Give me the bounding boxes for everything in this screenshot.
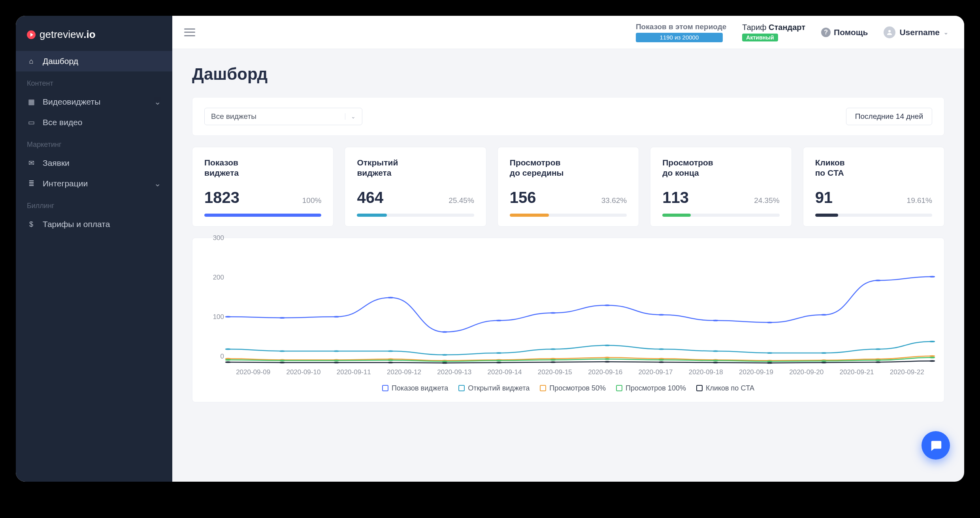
legend-item[interactable]: Показов виджета	[382, 384, 448, 392]
sidebar-group-label: Маркетинг	[16, 133, 172, 153]
chat-fab[interactable]	[922, 431, 950, 460]
svg-point-13	[876, 280, 880, 281]
legend-item[interactable]: Просмотров 100%	[616, 384, 686, 392]
sidebar-item[interactable]: ▭Все видео	[16, 112, 172, 133]
svg-point-7	[550, 312, 555, 313]
legend-label: Кликов по CTA	[706, 384, 754, 392]
svg-point-48	[496, 360, 501, 361]
svg-point-28	[930, 341, 935, 342]
brand-name: getreview	[40, 28, 83, 40]
stats-row: Показов виджета1823100%Открытий виджета4…	[192, 147, 944, 227]
legend-label: Показов виджета	[392, 384, 448, 392]
stat-percent: 33.62%	[601, 196, 627, 205]
help-button[interactable]: ? Помощь	[821, 28, 868, 37]
x-tick: 2020-09-09	[228, 368, 278, 380]
legend-item[interactable]: Открытий виджета	[458, 384, 530, 392]
chart-card: 0100200300 2020-09-092020-09-102020-09-1…	[192, 238, 944, 402]
svg-point-14	[930, 276, 935, 277]
stat-title: Показов виджета	[204, 158, 321, 178]
legend-label: Просмотров 50%	[549, 384, 606, 392]
svg-point-10	[713, 320, 718, 321]
stat-title: Кликов по CTA	[815, 158, 932, 178]
svg-point-65	[659, 362, 663, 362]
svg-point-35	[550, 358, 555, 359]
svg-point-66	[713, 362, 718, 363]
svg-point-57	[226, 362, 230, 362]
sidebar-item[interactable]: $Тарифы и оплата	[16, 214, 172, 235]
stat-percent: 100%	[302, 196, 322, 205]
svg-point-49	[550, 359, 555, 360]
chevron-down-icon: ⌄	[345, 113, 356, 120]
stat-card: Открытий виджета46425.45%	[345, 147, 486, 227]
svg-point-63	[550, 362, 555, 362]
y-tick: 300	[213, 234, 224, 242]
chevron-down-icon: ⌄	[154, 97, 161, 107]
svg-point-53	[767, 361, 772, 362]
legend-item[interactable]: Кликов по CTA	[696, 384, 754, 392]
sidebar-item-label: Дашборд	[43, 56, 78, 66]
stat-title: Просмотров до конца	[662, 158, 779, 178]
legend-swatch	[382, 385, 388, 391]
sidebar-item-label: Видеовиджеты	[43, 97, 100, 107]
svg-point-17	[334, 351, 339, 351]
legend-swatch	[540, 385, 546, 391]
svg-point-21	[550, 349, 555, 349]
filter-card: Все виджеты ⌄ Последние 14 дней	[192, 97, 944, 136]
x-tick: 2020-09-18	[681, 368, 731, 380]
layers-icon: ≣	[27, 179, 36, 188]
video-icon: ▭	[27, 118, 36, 127]
stat-card: Просмотров до конца11324.35%	[650, 147, 792, 227]
svg-point-51	[659, 359, 663, 360]
content: Дашборд Все виджеты ⌄ Последние 14 дней …	[172, 49, 964, 418]
widget-icon: ▦	[27, 98, 36, 106]
sidebar-item[interactable]: ▦Видеовиджеты⌄	[16, 92, 172, 112]
brand-logo[interactable]: getreview.io	[16, 25, 172, 51]
legend-swatch	[616, 385, 622, 391]
svg-point-55	[876, 360, 880, 360]
svg-point-3	[334, 316, 339, 317]
svg-point-9	[659, 314, 663, 315]
tariff-status-badge: Активный	[742, 34, 778, 41]
stat-percent: 25.45%	[449, 196, 474, 205]
svg-point-37	[659, 358, 663, 359]
svg-point-45	[334, 360, 339, 361]
user-menu[interactable]: Username ⌄	[884, 26, 948, 38]
sidebar-item[interactable]: ✉Заявки	[16, 153, 172, 173]
brand-suffix: .io	[83, 28, 95, 40]
stat-value: 1823	[204, 189, 239, 206]
svg-point-29	[226, 358, 230, 359]
svg-point-60	[388, 362, 393, 363]
play-icon	[27, 30, 36, 39]
menu-toggle-icon[interactable]	[184, 28, 195, 36]
date-range-button[interactable]: Последние 14 дней	[846, 108, 932, 125]
question-icon: ?	[821, 28, 831, 37]
stat-percent: 24.35%	[754, 196, 779, 205]
dollar-icon: $	[27, 220, 36, 229]
sidebar: getreview.io ⌂ДашбордКонтент▦Видеовиджет…	[16, 16, 172, 482]
x-tick: 2020-09-11	[329, 368, 379, 380]
stat-percent: 19.61%	[907, 196, 932, 205]
svg-point-67	[767, 362, 772, 363]
widget-select[interactable]: Все виджеты ⌄	[204, 108, 362, 125]
svg-point-25	[767, 352, 772, 353]
legend-swatch	[458, 385, 465, 391]
svg-point-43	[226, 359, 230, 360]
stat-title: Открытий виджета	[357, 158, 474, 178]
svg-point-15	[226, 349, 230, 349]
chevron-down-icon: ⌄	[944, 29, 948, 36]
main-area: Показов в этом периоде 1190 из 20000 Тар…	[172, 16, 964, 482]
sidebar-item[interactable]: ≣Интеграции⌄	[16, 173, 172, 194]
svg-point-26	[822, 352, 826, 353]
svg-point-22	[605, 345, 609, 345]
svg-point-8	[605, 305, 609, 306]
stat-card: Показов виджета1823100%	[192, 147, 334, 227]
sidebar-item[interactable]: ⌂Дашборд	[16, 51, 172, 71]
stat-value: 91	[815, 189, 833, 206]
sidebar-group-label: Контент	[16, 71, 172, 92]
sidebar-item-label: Тарифы и оплата	[43, 220, 110, 229]
legend-item[interactable]: Просмотров 50%	[540, 384, 606, 392]
app-window: getreview.io ⌂ДашбордКонтент▦Видеовиджет…	[16, 16, 964, 482]
svg-point-11	[767, 322, 772, 323]
x-tick: 2020-09-12	[379, 368, 429, 380]
stat-value: 464	[357, 189, 383, 206]
